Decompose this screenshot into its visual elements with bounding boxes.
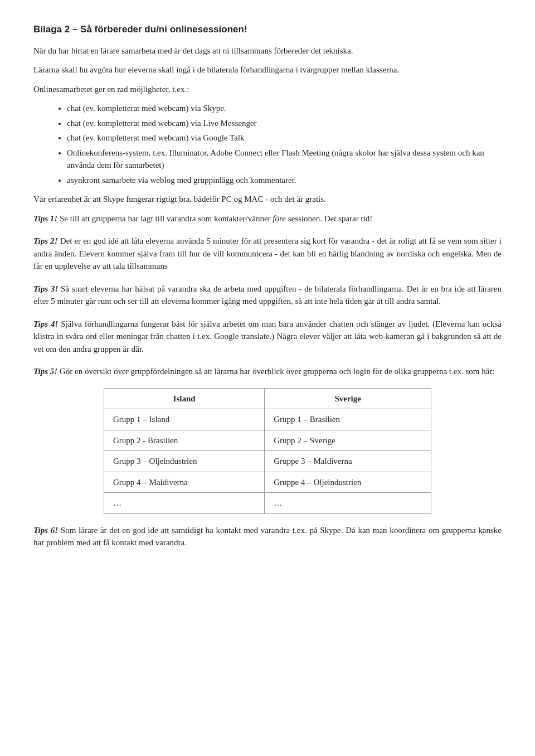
table-cell-row3-col0: Grupp 4 – Maldiverna	[104, 472, 265, 493]
table-row: Grupp 4 – MaldivernaGruppe 4 – Oljeindus…	[104, 472, 431, 493]
tips2-text: Det er en god idé att låta eleverna anvä…	[33, 236, 502, 270]
table-cell-row4-col1: …	[265, 493, 431, 514]
tips5-label: Tips 5!	[33, 367, 57, 376]
paragraph-1: När du har hittat en lärare samarbeta me…	[33, 45, 502, 57]
tips4-label: Tips 4!	[33, 319, 58, 328]
tips-3: Tips 3! Så snart eleverna har hälsat på …	[33, 283, 502, 308]
list-item-2: chat (ev. kompletterat med webcam) via L…	[67, 117, 502, 130]
table-cell-row1-col1: Grupp 2 – Sverige	[265, 430, 431, 451]
paragraph-3: Onlinesamarbetet ger en rad möjligheter,…	[33, 83, 502, 96]
tips-1: Tips 1! Se till att grupperna har lagt t…	[33, 212, 502, 225]
table-cell-row2-col0: Grupp 3 – Oljeindustrien	[104, 451, 265, 472]
group-table: Island Sverige Grupp 1 – IslandGrupp 1 –…	[104, 388, 431, 514]
tips1-label: Tips 1!	[33, 214, 57, 223]
tips1-text: Se till att grupperna har lagt till vara…	[57, 214, 273, 223]
list-item-1: chat (ev. kompletterat med webcam) via S…	[67, 102, 502, 115]
tips4-text: Själva förhandlingarna fungerar bäst för…	[33, 319, 502, 353]
tips1-text2: sessionen. Det sparar tid!	[286, 214, 372, 223]
table-cell-row4-col0: …	[104, 493, 265, 514]
tips5-text: Gör en översikt över gruppfördelningen s…	[57, 367, 494, 376]
tips2-label: Tips 2!	[33, 236, 58, 245]
tips3-text: Så snart eleverna har hälsat på varandra…	[33, 284, 502, 306]
tips1-italic: före	[273, 214, 286, 223]
tips-4: Tips 4! Själva förhandlingarna fungerar …	[33, 318, 502, 356]
tips6-text: Som lärare är det en god ide att samtidi…	[33, 526, 502, 547]
table-cell-row3-col1: Gruppe 4 – Oljeindustrien	[265, 472, 431, 493]
table-header-col1: Island	[104, 388, 265, 409]
table-cell-row0-col1: Grupp 1 – Brasilien	[265, 409, 431, 430]
list-item-3: chat (ev. kompletterat med webcam) via G…	[67, 132, 502, 144]
tips-6: Tips 6! Som lärare är det en god ide att…	[33, 524, 502, 549]
tips-2: Tips 2! Det er en god idé att låta eleve…	[33, 235, 502, 273]
page-title: Bilaga 2 – Så förbereder du/ni onlineses…	[33, 22, 502, 37]
table-cell-row0-col0: Grupp 1 – Island	[104, 409, 265, 430]
table-row: Grupp 1 – IslandGrupp 1 – Brasilien	[104, 409, 431, 430]
bullet-list: chat (ev. kompletterat med webcam) via S…	[67, 102, 502, 186]
list-item-5: asynkront samarbete via weblog med grupp…	[67, 174, 502, 187]
table-row: Grupp 3 – OljeindustrienGruppe 3 – Maldi…	[104, 451, 431, 472]
table-header-col2: Sverige	[265, 388, 431, 409]
table-cell-row2-col1: Gruppe 3 – Maldiverna	[265, 451, 431, 472]
tips6-label: Tips 6!	[33, 526, 58, 535]
tips-5: Tips 5! Gör en översikt över gruppfördel…	[33, 365, 502, 378]
tips3-label: Tips 3!	[33, 284, 58, 293]
list-item-4: Onlinekonferens-system, t.ex. Illuminato…	[67, 147, 502, 172]
table-cell-row1-col0: Grupp 2 - Brasilien	[104, 430, 265, 451]
paragraph-2: Lärarna skall hu avgöra hur eleverna ska…	[33, 64, 502, 76]
paragraph-4: Vår erfarenhet är att Skype fungerar rig…	[33, 193, 502, 206]
table-row: Grupp 2 - BrasilienGrupp 2 – Sverige	[104, 430, 431, 451]
table-row: ……	[104, 493, 431, 514]
